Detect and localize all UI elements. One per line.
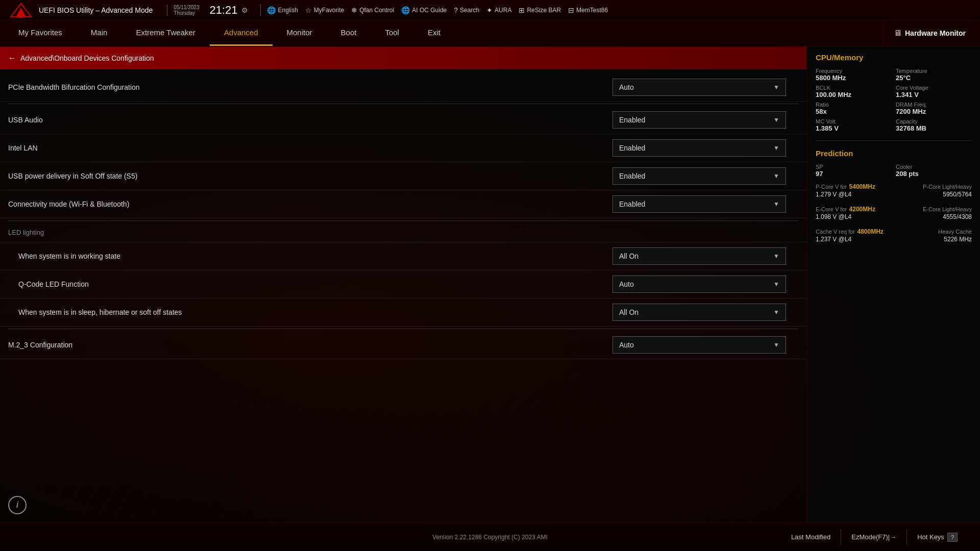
top-tools: 🌐 English ☆ MyFavorite ❄ Qfan Control 🌐 … xyxy=(267,6,972,14)
setting-row-led-header: LED lighting xyxy=(0,223,806,242)
hotkey-key: ? xyxy=(947,533,958,542)
control-m2[interactable]: Auto ▼ xyxy=(612,336,786,354)
dropdown-sleep-state[interactable]: All On ▼ xyxy=(612,304,786,321)
divider-2 xyxy=(260,5,261,16)
setting-row-intel-lan: Intel LAN Enabled ▼ xyxy=(0,134,806,162)
dropdown-arrow-m2: ▼ xyxy=(773,341,779,348)
setting-row-usb-power: USB power delivery in Soft Off state (S5… xyxy=(0,162,806,190)
pcore-for-label: P-Core V for xyxy=(816,184,847,190)
resize-icon: ⊞ xyxy=(519,6,525,14)
label-pcie-bw: PCIe Bandwidth Bifurcation Configuration xyxy=(8,83,612,91)
setting-row-working-state: When system is in working state All On ▼ xyxy=(0,242,806,270)
dropdown-working-state[interactable]: All On ▼ xyxy=(612,247,786,265)
control-working-state[interactable]: All On ▼ xyxy=(612,247,786,265)
pred-cooler: Cooler 208 pts xyxy=(896,164,972,178)
control-usb-power[interactable]: Enabled ▼ xyxy=(612,167,786,185)
time-display: 21:21 xyxy=(209,5,237,16)
hw-divider xyxy=(816,140,972,141)
dropdown-usb-power[interactable]: Enabled ▼ xyxy=(612,167,786,185)
back-icon[interactable]: ← xyxy=(8,54,16,63)
tab-advanced[interactable]: Advanced xyxy=(210,20,273,46)
nav-tabs: My Favorites Main Extreme Tweaker Advanc… xyxy=(0,20,980,47)
dropdown-qcode[interactable]: Auto ▼ xyxy=(612,276,786,293)
ecore-lh-label: E-Core Light/Heavy xyxy=(923,206,972,212)
ezmode-btn[interactable]: EzMode(F7)|→ xyxy=(841,529,907,545)
divider-after-led xyxy=(8,329,798,329)
tool-resizebar[interactable]: ⊞ ReSize BAR xyxy=(519,6,561,14)
tool-memtest[interactable]: ⊟ MemTest86 xyxy=(568,6,608,14)
pred-sp: SP 97 xyxy=(816,164,892,178)
tool-english[interactable]: 🌐 English xyxy=(267,6,298,14)
datetime-area: 05/11/2023 Thursday xyxy=(174,5,199,16)
label-usb-audio: USB Audio xyxy=(8,116,612,124)
heavy-cache-label: Heavy Cache xyxy=(938,229,972,235)
control-sleep-state[interactable]: All On ▼ xyxy=(612,304,786,321)
hw-frequency: Frequency 5800 MHz xyxy=(816,68,892,82)
hw-dram-freq: DRAM Freq. 7200 MHz xyxy=(896,102,972,115)
dropdown-arrow-intel-lan: ▼ xyxy=(773,144,779,152)
divider-after-pcie xyxy=(8,104,798,104)
aura-icon: ✦ xyxy=(486,6,493,14)
tool-qfan[interactable]: ❄ Qfan Control xyxy=(351,6,394,14)
cache-freq: 4800MHz xyxy=(857,228,884,235)
hotkeys-btn[interactable]: Hot Keys ? xyxy=(907,529,968,546)
star-icon: ☆ xyxy=(305,6,312,14)
ecore-freq: 4200MHz xyxy=(849,206,875,213)
hw-bclk: BCLK 100.00 MHz xyxy=(816,85,892,98)
label-intel-lan: Intel LAN xyxy=(8,144,612,152)
window-title: UEFI BIOS Utility – Advanced Mode xyxy=(39,6,153,14)
setting-row-usb-audio: USB Audio Enabled ▼ xyxy=(0,106,806,134)
control-pcie-bw[interactable]: Auto ▼ xyxy=(612,79,786,96)
ecore-for-label: E-Core V for xyxy=(816,206,847,212)
tab-exit[interactable]: Exit xyxy=(413,20,455,46)
label-usb-power: USB power delivery in Soft Off state (S5… xyxy=(8,172,612,180)
dropdown-intel-lan[interactable]: Enabled ▼ xyxy=(612,139,786,157)
fan-icon: ❄ xyxy=(351,6,357,14)
hw-mc-volt: MC Volt. 1.385 V xyxy=(816,118,892,132)
setting-row-m2: M.2_3 Configuration Auto ▼ xyxy=(0,331,806,359)
tab-main[interactable]: Main xyxy=(77,20,122,46)
dropdown-connectivity[interactable]: Enabled ▼ xyxy=(612,195,786,213)
tab-extreme-tweaker[interactable]: Extreme Tweaker xyxy=(121,20,209,46)
hw-capacity: Capacity 32768 MB xyxy=(896,118,972,132)
setting-row-qcode: Q-Code LED Function Auto ▼ xyxy=(0,270,806,298)
ai-icon: 🌐 xyxy=(401,6,410,14)
setting-row-connectivity: Connectivity mode (Wi-Fi & Bluetooth) En… xyxy=(0,190,806,218)
dropdown-arrow-pcie: ▼ xyxy=(773,84,779,91)
tab-tool[interactable]: Tool xyxy=(371,20,413,46)
last-modified-btn[interactable]: Last Modified xyxy=(781,529,841,545)
control-qcode[interactable]: Auto ▼ xyxy=(612,276,786,293)
date-display: 05/11/2023 xyxy=(174,5,199,10)
pcore-v-value: 1.279 V @L4 xyxy=(816,191,851,198)
prediction-sp-cooler: SP 97 Cooler 208 pts xyxy=(816,164,972,178)
pcore-lh-label: P-Core Light/Heavy xyxy=(923,184,972,190)
tool-aioc[interactable]: 🌐 AI OC Guide xyxy=(401,6,447,14)
tool-aura[interactable]: ✦ AURA xyxy=(486,6,511,14)
dropdown-arrow-usb-audio: ▼ xyxy=(773,116,779,123)
dropdown-pcie-bw[interactable]: Auto ▼ xyxy=(612,79,786,96)
dropdown-arrow-connectivity: ▼ xyxy=(773,201,779,208)
divider-1 xyxy=(167,5,167,16)
dropdown-arrow-working: ▼ xyxy=(773,253,779,260)
tab-my-favorites[interactable]: My Favorites xyxy=(4,20,77,46)
dropdown-arrow-usb-power: ▼ xyxy=(773,172,779,180)
dropdown-m2[interactable]: Auto ▼ xyxy=(612,336,786,354)
tool-myfavorite[interactable]: ☆ MyFavorite xyxy=(305,6,344,14)
info-button[interactable]: i xyxy=(8,496,27,514)
settings-icon[interactable]: ⚙ xyxy=(241,6,248,14)
dropdown-usb-audio[interactable]: Enabled ▼ xyxy=(612,111,786,129)
day-display: Thursday xyxy=(174,10,199,16)
rog-logo-icon xyxy=(8,3,34,18)
tab-boot[interactable]: Boot xyxy=(327,20,371,46)
breadcrumb-text: Advanced\Onboard Devices Configuration xyxy=(20,54,154,62)
label-sleep-state: When system is in sleep, hibernate or so… xyxy=(18,308,612,316)
control-connectivity[interactable]: Enabled ▼ xyxy=(612,195,786,213)
info-btn-area: i xyxy=(0,488,806,522)
tab-monitor[interactable]: Monitor xyxy=(273,20,327,46)
tool-search[interactable]: ? Search xyxy=(454,6,479,14)
dropdown-arrow-qcode: ▼ xyxy=(773,281,779,288)
control-usb-audio[interactable]: Enabled ▼ xyxy=(612,111,786,129)
prediction-title: Prediction xyxy=(816,149,972,158)
question-icon: ? xyxy=(454,6,458,14)
control-intel-lan[interactable]: Enabled ▼ xyxy=(612,139,786,157)
